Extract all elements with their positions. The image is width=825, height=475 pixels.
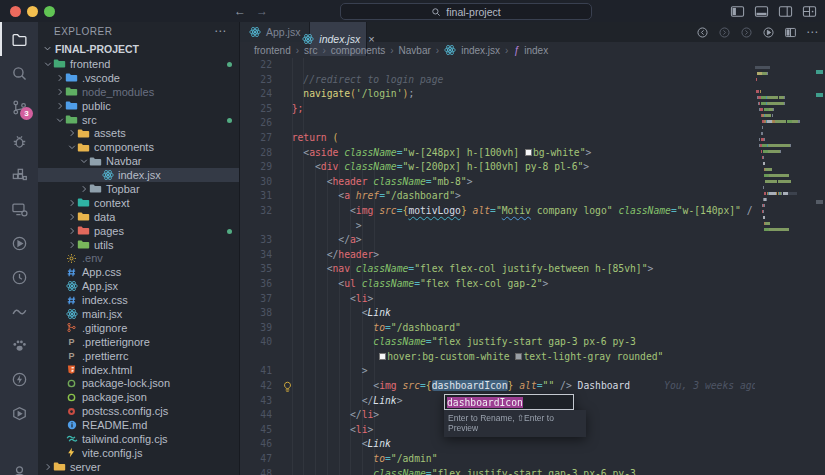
tree-item-index.css[interactable]: index.css [38,293,239,307]
code-line[interactable]: 26 [240,116,825,131]
activity-run-and-debug-icon[interactable] [0,124,38,158]
code-line[interactable]: 37 <li> [240,292,825,307]
line-number[interactable]: 33 [240,233,278,248]
breadcrumb-item-components[interactable]: components [331,45,385,56]
code-line[interactable]: 38 <Link [240,306,825,321]
activity-explorer-icon[interactable] [0,22,38,56]
tree-item-.env[interactable]: .env [38,251,239,265]
tree-item-pages[interactable]: pages [38,224,239,238]
line-number[interactable]: 24 [240,87,278,102]
tree-item-index.jsx[interactable]: index.jsx [38,168,239,182]
toggle-panel-icon[interactable] [754,4,769,19]
line-number[interactable]: 37 [240,292,278,307]
tree-item-package-lock.json[interactable]: package-lock.json [38,376,239,390]
run-circle-icon[interactable] [762,26,775,39]
code-line[interactable]: 48 className="flex justify-start gap-3 p… [240,467,825,475]
tree-item-tailwind.config.cjs[interactable]: tailwind.config.cjs [38,432,239,446]
code-line[interactable]: 41 > [240,364,825,379]
code-line[interactable]: 25 }; [240,102,825,117]
code-line[interactable]: 29 <div className="w-[200px] h-[100vh] p… [240,160,825,175]
line-number[interactable]: 27 [240,131,278,146]
tree-item-data[interactable]: data [38,210,239,224]
line-number[interactable]: 45 [240,423,278,438]
minimize-window-button[interactable] [27,6,38,17]
tree-item-vite.config.js[interactable]: vite.config.js [38,446,239,460]
tree-item-App.jsx[interactable]: App.jsx [38,279,239,293]
forward-circle-2-icon[interactable] [740,26,753,39]
activity-gitlens-icon[interactable] [0,294,38,328]
accounts-icon[interactable] [0,455,38,475]
code-line[interactable]: 46 <Link [240,437,825,452]
tree-item-node_modules[interactable]: node_modules [38,85,239,99]
code-line[interactable]: > [240,219,825,234]
minimap[interactable] [755,58,809,475]
code-line[interactable]: 34 </header> [240,248,825,263]
activity-search-icon[interactable] [0,56,38,90]
line-number[interactable]: 28 [240,146,278,161]
tree-item-context[interactable]: context [38,196,239,210]
line-number[interactable]: 22 [240,58,278,73]
back-circle-icon[interactable] [696,26,709,39]
tree-item-postcss.config.cjs[interactable]: postcss.config.cjs [38,404,239,418]
tree-item-.prettierignore[interactable]: P.prettierignore [38,335,239,349]
tree-item-package.json[interactable]: package.json [38,390,239,404]
line-number[interactable]: 34 [240,248,278,263]
line-number[interactable]: 31 [240,189,278,204]
tree-item-src[interactable]: src [38,113,239,127]
command-center-search[interactable]: final-project [340,3,592,20]
forward-circle-icon[interactable] [718,26,731,39]
code-line[interactable]: 28 <aside className="w-[248px] h-[100vh]… [240,146,825,161]
tree-item-.gitignore[interactable]: .gitignore [38,321,239,335]
tree-item-components[interactable]: components [38,140,239,154]
code-line[interactable]: 36 <ul className="flex flex-col gap-2"> [240,277,825,292]
code-line[interactable]: 24 navigate('/login'); [240,87,825,102]
line-number[interactable]: 39 [240,321,278,336]
line-number[interactable]: 26 [240,116,278,131]
tree-item-README.md[interactable]: README.md [38,418,239,432]
line-number[interactable] [240,219,278,234]
line-number[interactable]: 40 [240,335,278,350]
tree-item-main.jsx[interactable]: main.jsx [38,307,239,321]
history-forward-icon[interactable]: → [256,4,268,18]
close-window-button[interactable] [10,6,21,17]
zoom-window-button[interactable] [44,6,55,17]
activity-source-control-icon[interactable]: 3 [0,90,38,124]
tree-item-server[interactable]: server [38,460,239,474]
line-number[interactable]: 32 [240,204,278,219]
code-line[interactable]: 35 <nav className="flex flex-col justify… [240,262,825,277]
activity-extensions-icon[interactable] [0,158,38,192]
tree-item-frontend[interactable]: frontend [38,57,239,71]
line-number[interactable]: 42 [240,379,278,394]
tree-item-App.css[interactable]: App.css [38,265,239,279]
activity-thunder-client-icon[interactable] [0,362,38,396]
more-actions-icon[interactable]: ⋯ [806,25,819,39]
toggle-primary-sidebar-icon[interactable] [730,4,745,19]
line-number[interactable]: 43 [240,394,278,409]
customize-layout-icon[interactable] [802,4,817,19]
tree-item-.vscode[interactable]: .vscode [38,71,239,85]
code-line[interactable]: 22 [240,58,825,73]
activity-media-preview-icon[interactable] [0,396,38,430]
tree-item-Topbar[interactable]: Topbar [38,182,239,196]
breadcrumb-item-Navbar[interactable]: Navbar [399,45,431,56]
code-line[interactable]: 32 <img src={motivLogo} alt="Motiv compa… [240,204,825,219]
tree-item-index.html[interactable]: index.html [38,363,239,377]
code-line[interactable]: 33 </a> [240,233,825,248]
line-number[interactable]: 29 [240,160,278,175]
history-back-icon[interactable]: ← [234,4,246,18]
breadcrumb-item-symbol[interactable]: index [524,45,548,56]
code-line[interactable]: 47 to="/admin" [240,452,825,467]
breadcrumb-item-file[interactable]: index.jsx [461,45,500,56]
activity-timeline-icon[interactable] [0,260,38,294]
line-number[interactable]: 41 [240,364,278,379]
activity-codetogether-icon[interactable] [0,328,38,362]
tree-item-utils[interactable]: utils [38,238,239,252]
code-line[interactable]: 23 //redirect to login page [240,73,825,88]
tree-item-assets[interactable]: assets [38,126,239,140]
tree-item-public[interactable]: public [38,99,239,113]
code-line[interactable]: 31 <a href="/dashboard"> [240,189,825,204]
tree-item-Navbar[interactable]: Navbar [38,154,239,168]
breadcrumb-item-src[interactable]: src [304,45,317,56]
explorer-more-actions-icon[interactable]: ⋯ [214,24,239,38]
line-number[interactable]: 46 [240,437,278,452]
